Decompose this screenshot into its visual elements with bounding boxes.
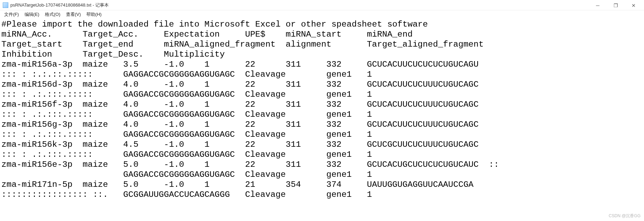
text-line: Target_start Target_end miRNA_aligned_fr…	[1, 40, 484, 49]
menubar: 文件(F) 编辑(E) 格式(O) 查看(V) 帮助(H)	[0, 10, 644, 19]
text-line: ::: : .:.:::.::::: GAGGACCGCGGGGGAGGUGAG…	[1, 150, 372, 159]
text-line: ::: : .:.:::.::::: GAGGACCGCGGGGGAGGUGAG…	[1, 90, 372, 99]
text-line: ::: : .:.:::.::::: GAGGACCGCGGGGGAGGUGAG…	[1, 130, 372, 139]
window-controls: ─ ❐ ✕	[587, 0, 644, 11]
menu-file[interactable]: 文件(F)	[2, 11, 21, 18]
menu-format[interactable]: 格式(O)	[43, 11, 63, 18]
text-editor-area[interactable]: #Please import the downloaded file into …	[0, 19, 644, 200]
watermark: CSDN @沉香GG	[609, 213, 641, 219]
text-line: ::::::::::::::::: ::. GCGGAUUGGACCUCAGCA…	[1, 190, 372, 199]
text-line: #Please import the downloaded file into …	[1, 20, 428, 29]
text-line: GAGGACCGCGGGGGAGGUGAGC Cleavage gene1 1	[1, 170, 372, 179]
minimize-button[interactable]: ─	[593, 2, 603, 9]
menu-view[interactable]: 查看(V)	[64, 11, 83, 18]
maximize-button[interactable]: ❐	[611, 2, 621, 9]
window-title: psRNATargetJob-1707467418086848.txt - 记事…	[10, 2, 109, 8]
close-button[interactable]: ✕	[629, 2, 638, 9]
text-line: zma-miR156e-3p maize 5.0 -1.0 1 22 311 3…	[1, 160, 499, 169]
notepad-icon	[3, 2, 8, 8]
titlebar: psRNATargetJob-1707467418086848.txt - 记事…	[0, 0, 644, 10]
text-line: ::: : :.:.::.::::: GAGGACCGCGGGGGAGGUGAG…	[1, 70, 372, 79]
text-line: zma-miR156d-3p maize 4.0 -1.0 1 22 311 3…	[1, 80, 479, 89]
text-line: Inhibition Target_Desc. Multiplicity	[1, 50, 225, 59]
text-line: ::: : .:.:::.::::: GAGGACCGCGGGGGAGGUGAG…	[1, 110, 372, 119]
text-line: zma-miR156k-3p maize 4.5 -1.0 1 22 311 3…	[1, 140, 479, 149]
text-line: miRNA_Acc. Target_Acc. Expectation UPE$ …	[1, 30, 413, 39]
text-line: zma-miR171n-5p maize 5.0 -1.0 1 21 354 3…	[1, 180, 473, 189]
text-line: zma-miR156g-3p maize 4.0 -1.0 1 22 311 3…	[1, 120, 479, 129]
text-line: zma-miR156f-3p maize 4.0 -1.0 1 22 311 3…	[1, 100, 479, 109]
text-line: zma-miR156a-3p maize 3.5 -1.0 1 22 311 3…	[1, 60, 479, 69]
menu-help[interactable]: 帮助(H)	[84, 11, 104, 18]
menu-edit[interactable]: 编辑(E)	[22, 11, 41, 18]
